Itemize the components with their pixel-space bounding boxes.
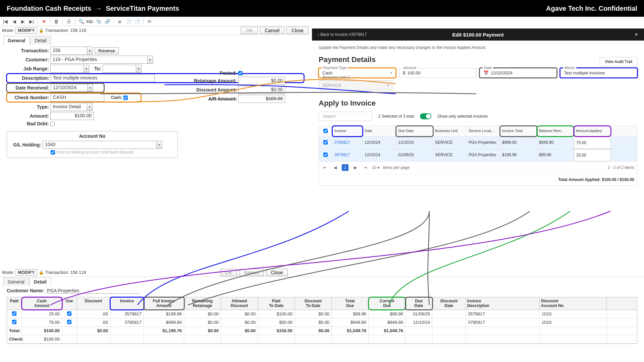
posted-checkbox[interactable] — [238, 71, 243, 75]
page-number[interactable]: 1 — [342, 164, 348, 171]
memo-field[interactable]: Memo Test multiple invoices — [560, 68, 637, 78]
col-balance-remaining[interactable]: Balance Rem... — [537, 126, 574, 136]
type-label: Type: — [7, 104, 50, 110]
gl-holding-input[interactable]: 1040 — [43, 141, 157, 149]
row-checkbox[interactable] — [323, 153, 328, 157]
check-number-input[interactable]: CASH — [51, 94, 104, 102]
dropdown-icon[interactable]: ▾ — [157, 141, 162, 149]
col-due-date[interactable]: Due Date — [396, 126, 433, 136]
clip-icon[interactable]: 📎 — [95, 18, 102, 25]
dropdown-icon[interactable]: ▾ — [148, 56, 153, 64]
col-paid-to-date: PaidTo Date — [258, 297, 295, 310]
post-holding-checkbox[interactable] — [51, 150, 55, 155]
amount-input[interactable]: $100.00 — [50, 112, 94, 120]
amount-field[interactable]: Amount $ 100.00 — [399, 68, 476, 78]
page-prev-icon[interactable]: ◀ — [332, 164, 338, 171]
description-input[interactable]: Test multiple invoices — [51, 74, 155, 82]
chevron-down-icon: ▾ — [390, 71, 392, 75]
last-icon[interactable]: ▶| — [28, 18, 35, 25]
show-only-label: Show only selected invoices — [437, 114, 488, 119]
first-icon[interactable]: |◀ — [2, 18, 9, 25]
page-first-icon[interactable]: ⇤ — [322, 164, 328, 171]
sql-icon[interactable]: SQL — [87, 18, 93, 25]
close-button[interactable]: Close — [266, 269, 288, 276]
amount-applied-input[interactable]: 75.00 — [574, 137, 611, 149]
table-row: 75.00 .00 3795917 $999.80 $0.00 $0.00 $5… — [7, 318, 637, 327]
reverse-button[interactable]: Reverse — [95, 47, 119, 54]
mode-value: MODIFY — [15, 269, 37, 276]
ok-button[interactable]: OK — [220, 269, 237, 276]
invoice-link[interactable]: 3795917 — [332, 137, 363, 149]
page-next-icon[interactable]: ▶ — [352, 164, 359, 171]
attach-icon[interactable]: 🔗 — [104, 18, 111, 25]
transaction-input[interactable]: 156 — [50, 47, 87, 55]
total-applied-row: Total Amount Applied: $100.00 / $100.00 — [319, 174, 637, 185]
jobrange-label: Job Range: — [7, 66, 50, 71]
col-invoice[interactable]: Invoice — [332, 126, 363, 136]
num-list-icon[interactable]: ≣ — [116, 18, 123, 25]
next-icon[interactable]: ▶ — [19, 18, 26, 25]
search-icon[interactable]: 🔍 — [78, 18, 85, 25]
type-input[interactable]: Invoice Detail — [50, 103, 87, 111]
col-amount-applied[interactable]: Amount Applied — [574, 126, 611, 136]
show-only-toggle[interactable] — [420, 113, 431, 119]
tab-general[interactable]: General — [3, 278, 29, 286]
refresh-icon[interactable]: ⟳ — [146, 18, 153, 25]
paid-checkbox[interactable] — [12, 320, 16, 324]
list-icon[interactable]: ☰ — [65, 18, 72, 25]
col-service-location[interactable]: Service Locat... — [467, 126, 500, 136]
bad-debt-checkbox[interactable] — [50, 122, 55, 126]
items-per-page-select[interactable]: 10 ▾ — [372, 165, 380, 170]
customer-input[interactable]: 119 - PGA Properties — [50, 56, 148, 64]
col-invoice-total[interactable]: Invoice Total — [500, 126, 537, 136]
date-received-input[interactable]: 12/10/2024 — [51, 84, 88, 92]
tab-detail[interactable]: Detail — [30, 278, 51, 286]
jobrange-to-input[interactable] — [103, 65, 136, 73]
back-link[interactable]: ‹ Back to Invoice #3579817 — [318, 32, 367, 37]
invoice-link[interactable]: 3579817 — [332, 149, 363, 161]
redpage-icon[interactable]: 📄 — [134, 18, 141, 25]
cash-checkbox[interactable] — [123, 96, 128, 100]
date-label: Date — [483, 66, 493, 70]
page-last-icon[interactable]: ⇥ — [362, 164, 369, 171]
use-checkbox[interactable] — [67, 311, 71, 316]
use-checkbox[interactable] — [67, 320, 71, 324]
account-box: Account No G/L Holding: 1040▾ Post to Ho… — [7, 131, 178, 158]
trash-icon[interactable]: 🗑 — [53, 18, 60, 25]
cancel-button[interactable]: Cancel — [260, 27, 285, 34]
select-all-checkbox[interactable] — [323, 129, 328, 133]
dropdown-icon[interactable]: ▾ — [84, 65, 89, 73]
tab-general[interactable]: General — [3, 36, 30, 45]
jobrange-from-input[interactable] — [50, 65, 84, 73]
search-input[interactable]: Search — [319, 112, 372, 121]
ok-button[interactable]: OK — [241, 27, 258, 34]
dropdown-icon[interactable]: ▾ — [87, 47, 93, 55]
row-checkbox[interactable] — [323, 140, 328, 144]
title-right: ServiceTitan Payments — [106, 5, 179, 12]
col-date[interactable]: Date — [363, 126, 396, 136]
customer-name-label: Customer Name: — [7, 288, 44, 293]
col-business-unit[interactable]: Business Unit — [433, 126, 467, 136]
dropdown-icon[interactable]: ▾ — [87, 103, 93, 111]
paid-checkbox[interactable] — [12, 311, 16, 316]
doc-icon[interactable]: 📄 — [125, 18, 132, 25]
total-row: Total: $100.00 $0.00 $1,199.76 $0.00 $0.… — [7, 327, 637, 335]
prev-icon[interactable]: ◀ — [11, 18, 17, 25]
cancel-button[interactable]: Cancel — [239, 269, 264, 276]
view-audit-trail-button[interactable]: View Audit Trail — [600, 57, 637, 66]
close-icon[interactable]: ✕ — [635, 32, 638, 37]
delete-icon[interactable]: ✕ — [41, 18, 47, 25]
date-field[interactable]: Date 📅 12/10/2024 — [480, 68, 557, 78]
close-button[interactable]: Close — [286, 27, 309, 34]
check-row: Check: $100.00 — [7, 335, 637, 344]
business-unit-field[interactable]: Business Unit ⓘ SERVICE▾ — [319, 80, 392, 90]
amount-label: Amount — [402, 66, 418, 70]
col-discount: Discount — [77, 297, 110, 310]
dropdown-icon[interactable]: ▾ — [88, 84, 93, 92]
col-allowed-discount: AllowedDiscount — [221, 297, 258, 310]
payment-type-label: Payment Type — [322, 66, 348, 70]
tab-detail[interactable]: Detail — [30, 36, 51, 45]
col-cash-amount: CashAmount — [22, 297, 62, 310]
dropdown-icon[interactable]: ▾ — [136, 65, 142, 73]
amount-applied-input[interactable]: 25.00 — [574, 149, 611, 161]
